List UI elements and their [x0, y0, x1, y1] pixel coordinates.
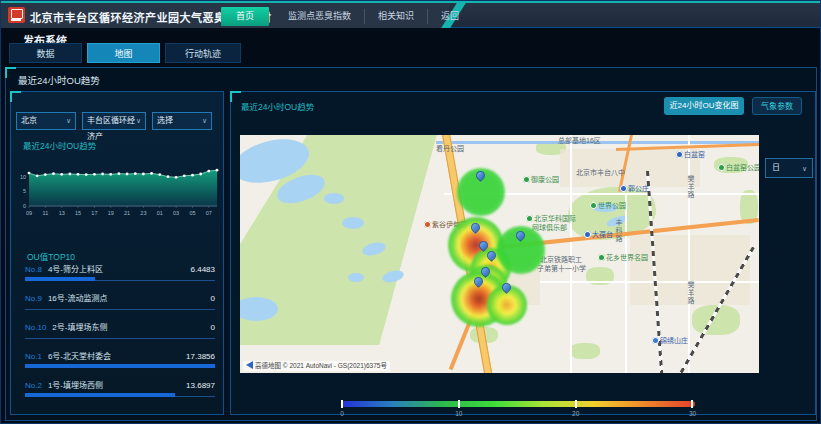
- nav-odor-index[interactable]: 监测点恶臭指数: [275, 9, 364, 24]
- progress-track: [25, 364, 215, 368]
- road: [625, 193, 627, 373]
- list-item: No.16号-北天堂村委会17.3856: [25, 351, 215, 380]
- ou-value: 13.6897: [186, 380, 215, 392]
- metro-station-icon: [584, 231, 591, 238]
- legend-tick: [691, 400, 693, 408]
- poi-icon: [652, 337, 659, 344]
- list-item: No.102号-填埋场东侧0: [25, 322, 215, 351]
- nav-knowledge[interactable]: 相关知识: [364, 9, 427, 24]
- ou-value: 0: [211, 322, 215, 334]
- road: [540, 281, 759, 283]
- map-attribution: 高德地图 © 2021 AutoNavi - GS(2021)6375号: [243, 361, 390, 371]
- map-label: 看丹公园: [436, 145, 464, 153]
- map-label: 白盆窑: [676, 151, 705, 159]
- park-icon: [590, 202, 597, 209]
- svg-text:05: 05: [189, 210, 195, 216]
- time-granularity-select[interactable]: 日∨: [765, 158, 813, 178]
- park-icon: [523, 176, 530, 183]
- station-select-value: 选择: [157, 116, 173, 125]
- station-name: 4号-筛分上料区: [48, 264, 103, 276]
- map-label: 北京华科国际: [526, 215, 576, 223]
- svg-text:09: 09: [26, 210, 32, 216]
- map-label: 总部基地16区: [558, 137, 601, 145]
- weather-params-button[interactable]: 气象参数: [752, 97, 802, 115]
- svg-text:13: 13: [59, 210, 65, 216]
- progress-bar: [25, 393, 175, 397]
- svg-text:10: 10: [20, 174, 26, 180]
- ou-value: 0: [211, 293, 215, 305]
- park-select[interactable]: 丰台区循环经济产∨: [82, 112, 146, 130]
- city-select[interactable]: 北京∨: [16, 112, 76, 130]
- park-select-value: 丰台区循环经济产: [87, 116, 135, 141]
- map-label: 樊羊路: [686, 281, 694, 305]
- station-name: 6号-北天堂村委会: [48, 351, 111, 363]
- park-icon: [526, 215, 533, 222]
- map-label: 大葆台: [584, 231, 613, 239]
- legend-tick: [458, 400, 460, 408]
- map-label: 郭公庄: [620, 185, 649, 193]
- trend-chart-title: 最近24小时OU趋势: [23, 139, 96, 151]
- svg-text:17: 17: [91, 210, 97, 216]
- chevron-down-icon: ∨: [136, 113, 141, 129]
- chevron-down-icon: ∨: [66, 113, 71, 129]
- map-label: 樊羊路: [686, 175, 694, 199]
- list-item: No.21号-填埋场西侧13.6897: [25, 380, 215, 409]
- legend-tick-label: 10: [455, 410, 462, 417]
- ou-top-title: OU值TOP10: [27, 250, 75, 262]
- progress-track: [25, 306, 215, 310]
- list-item-head: No.21号-填埋场西侧13.6897: [25, 380, 215, 392]
- tab-data[interactable]: 数据: [9, 43, 82, 63]
- dashboard-page: 北京市丰台区循环经济产业园大气恶臭状况实时 首页 监测点恶臭指数 相关知识 返回…: [0, 0, 821, 424]
- station-name: 2号-填埋场东侧: [52, 322, 107, 334]
- metro-station-icon: [620, 185, 627, 192]
- station-name: 1号-填埋场西侧: [48, 380, 103, 392]
- water-area: [342, 217, 364, 229]
- rank-label: No.10: [25, 322, 46, 334]
- nav-home[interactable]: 首页: [221, 7, 269, 26]
- road: [688, 135, 690, 373]
- map-panel: 最近24小时OU趋势 近24小时OU变化图 气象参数: [230, 91, 816, 415]
- ou-value: 17.3856: [186, 351, 215, 363]
- rank-label: No.8: [25, 264, 42, 276]
- time-select-value: 日: [772, 163, 780, 172]
- station-name: 16号-流动监测点: [48, 293, 108, 305]
- svg-text:5: 5: [23, 188, 26, 194]
- park-icon: [718, 164, 725, 171]
- park-area: [570, 343, 600, 359]
- legend-tick-label: 30: [689, 410, 696, 417]
- tab-track[interactable]: 行动轨迹: [165, 43, 241, 63]
- map-label: 北京市丰台八中: [576, 169, 625, 177]
- rank-label: No.1: [25, 351, 42, 363]
- nav-back[interactable]: 返回: [427, 9, 472, 24]
- svg-text:07: 07: [206, 210, 212, 216]
- map-label: 花乡世界名园: [598, 254, 648, 262]
- map-label: 白盆窑公园: [718, 164, 759, 172]
- road: [570, 135, 572, 373]
- metro-station-icon: [676, 151, 683, 158]
- amap-logo-icon: [246, 361, 253, 369]
- rank-label: No.9: [25, 293, 42, 305]
- poi-icon: [424, 221, 431, 228]
- progress-track: [25, 393, 215, 397]
- legend-tick: [575, 400, 577, 408]
- map-label: 御康公园: [523, 176, 559, 184]
- svg-text:19: 19: [108, 210, 114, 216]
- water-area: [324, 193, 344, 204]
- top-bar: 北京市丰台区循环经济产业园大气恶臭状况实时 首页 监测点恶臭指数 相关知识 返回: [1, 1, 821, 28]
- progress-bar: [25, 277, 95, 281]
- left-panel: 北京∨ 丰台区循环经济产∨ 选择∨ 最近24小时OU趋势 05100911131…: [10, 91, 224, 415]
- map-label: 子弟第十一小学: [537, 265, 586, 273]
- progress-track-line: [25, 309, 215, 310]
- station-select[interactable]: 选择∨: [152, 112, 212, 130]
- progress-bar: [25, 364, 215, 368]
- main-nav: 首页 监测点恶臭指数 相关知识 返回: [221, 5, 472, 28]
- svg-text:23: 23: [140, 210, 146, 216]
- tab-map[interactable]: 地图: [87, 43, 160, 63]
- ou-change-chart-button[interactable]: 近24小时OU变化图: [664, 97, 744, 115]
- chevron-down-icon: ∨: [802, 160, 807, 178]
- water-area: [348, 273, 364, 282]
- city-select-value: 北京: [21, 116, 37, 125]
- heat-map[interactable]: 高德地图 © 2021 AutoNavi - GS(2021)6375号 看丹公…: [240, 135, 759, 373]
- ou-value: 6.4483: [191, 264, 215, 276]
- svg-text:03: 03: [173, 210, 179, 216]
